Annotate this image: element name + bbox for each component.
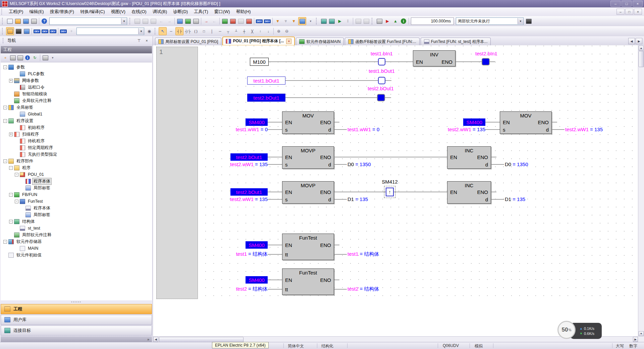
horizontal-scroll-thumb[interactable] [159, 337, 244, 342]
device-monitor-icon[interactable] [184, 17, 192, 25]
monitor-start-icon[interactable] [221, 17, 228, 25]
docking-window-icon[interactable] [15, 28, 22, 35]
tree-item-program[interactable]: -程序 [1, 164, 152, 171]
combo-arrow-icon[interactable]: ▼ [121, 18, 127, 24]
screen-display-icon[interactable] [23, 28, 30, 35]
tab-local-label-pou01[interactable]: 局部标签设置 POU_01 [PRG] [155, 38, 221, 45]
function-block-icon[interactable]: □ [200, 28, 208, 35]
tab-device-memory-main[interactable]: 软元件存储器MAIN [296, 38, 344, 45]
navigation-toggle-icon[interactable] [6, 27, 14, 35]
pen-icon[interactable] [525, 17, 532, 25]
tree-item-fixed-scan-program[interactable]: 恒定周期程序 [1, 144, 152, 151]
tree-item-initial-program[interactable]: 初始程序 [1, 124, 152, 131]
tab-funtest-program-body[interactable]: FunTest [FUN: st_test] 程序本... [421, 38, 491, 45]
tree-item-funtest-local-label[interactable]: 局部标签 [1, 211, 152, 218]
interconnect-mode-icon[interactable]: ─ [167, 28, 175, 35]
input-label-test1-bout1[interactable]: test1.bOut1 [247, 77, 285, 85]
insert-mode-icon[interactable]: + [68, 28, 75, 35]
fbd-block-movp2[interactable]: MOVP EN ENO s d [282, 181, 334, 204]
fbd-block-inc2[interactable]: INC EN ENO d [447, 181, 491, 204]
properties-icon[interactable]: i [24, 54, 31, 61]
menu-diagnostics[interactable]: 诊断(D) [170, 8, 191, 16]
tree-item-pou01[interactable]: -POU_01 [1, 171, 152, 178]
maximize-button[interactable]: □ [622, 1, 632, 7]
monitor-mode-arrow-icon[interactable]: ▼ [307, 17, 314, 25]
en-input-test2-bout1[interactable]: test2.bOut1 [230, 188, 268, 196]
open-project-icon[interactable] [14, 17, 21, 25]
tree-item-program-setting[interactable]: -程序设置 [1, 117, 152, 124]
user-library-button[interactable]: 用户库 [1, 315, 152, 325]
build-all-icon[interactable]: ▼ [290, 17, 298, 25]
menu-window[interactable]: 窗口(W) [211, 8, 233, 16]
scroll-down-icon[interactable]: ▼ [639, 331, 644, 336]
tree-paste-icon[interactable] [17, 54, 23, 61]
menu-search[interactable]: 搜索/替换(F) [47, 8, 77, 16]
tree-item-program-parts[interactable]: -程序部件 [1, 158, 152, 164]
new-item-icon[interactable]: + [2, 54, 9, 61]
undo-icon[interactable]: ← [158, 17, 165, 25]
device-write-icon[interactable] [176, 17, 183, 25]
more-views-button[interactable]: » [1, 336, 152, 342]
monitor-mode-icon[interactable] [298, 17, 306, 25]
tree-item-network-parameter[interactable]: +网络参数 [1, 77, 152, 84]
closed-contact-icon[interactable]: ┤/├ [184, 28, 192, 35]
fbd-block-movp1[interactable]: MOVP EN ENO s d [282, 146, 334, 169]
fbd-canvas[interactable]: 1 M100 test1.bIn1 INV EN ENO test2.bIn1 … [153, 45, 638, 337]
minimize-button[interactable]: – [610, 1, 621, 7]
connection-destination-button[interactable]: 连接目标 [1, 326, 152, 336]
warning-icon[interactable]: ▲ [392, 17, 399, 25]
child-restore-button[interactable]: □ [625, 9, 633, 15]
zoom-level-badge[interactable]: 50% [557, 321, 576, 339]
device-test-icon[interactable] [192, 17, 200, 25]
fbd-block-funtest1[interactable]: FunTest EN ENO tt [282, 234, 334, 260]
save-project-icon[interactable] [22, 17, 30, 25]
tab-close-icon[interactable]: × [286, 39, 291, 44]
tree-item-device-initial-value[interactable]: 软元件初始值 [1, 252, 152, 258]
horizontal-line-icon[interactable]: ─ [216, 28, 224, 35]
ladder-logic-test2-icon[interactable] [328, 17, 335, 25]
new-project-icon[interactable] [6, 17, 13, 25]
monitor-write-icon[interactable] [245, 17, 253, 25]
rising-edge-contact-sm412[interactable]: ↑ [386, 188, 394, 196]
panel-splitter[interactable]: •••••• [0, 300, 153, 304]
tree-item-plc-parameter[interactable]: PLC参数 [1, 70, 152, 77]
rising-pulse-icon[interactable]: ↑ [257, 28, 264, 35]
monitor-stop-icon[interactable] [229, 17, 236, 25]
tree-item-global-label[interactable]: -全局标签 [1, 104, 152, 111]
step-run-icon[interactable] [363, 17, 370, 25]
tree-item-structure[interactable]: -结构体 [1, 218, 152, 225]
fbd-block-mov2[interactable]: MOV EN ENO s d [500, 111, 552, 134]
scroll-left-icon[interactable]: ◀ [153, 337, 158, 342]
vertical-scrollbar[interactable]: ▲ ▼ [638, 45, 644, 337]
device-display-icon[interactable]: DEV [256, 17, 263, 25]
tree-item-remote-password[interactable]: 远程口令 [1, 84, 152, 91]
menu-project[interactable]: 工程(P) [6, 8, 26, 16]
check-program-icon[interactable] [376, 17, 383, 25]
tree-item-standby-program[interactable]: 待机程序 [1, 138, 152, 144]
tab-fb-label-funtest[interactable]: 函数/FB标签设置 FunTest [FUN:... [345, 38, 419, 45]
tab-pou01-program-body[interactable]: POU_01 [PRG] 程序本体 [...× [222, 37, 295, 45]
simulation-stop-icon[interactable]: ‖ [344, 17, 352, 25]
tree-item-funtest-program-body[interactable]: 程序本体 [1, 205, 152, 211]
fbd-block-inc1[interactable]: INC EN ENO d [447, 146, 491, 169]
tree-item-st-test[interactable]: st_test [1, 225, 152, 232]
tree-item-pou01-program-body[interactable]: 程序本体 [1, 178, 152, 185]
tab-scroll-right-icon[interactable]: ▶ [636, 38, 642, 44]
simulation-start-icon[interactable]: ▶ [336, 17, 343, 25]
network-margin[interactable]: 1 [156, 47, 198, 299]
watch-icon[interactable] [355, 17, 362, 25]
scroll-right-icon[interactable]: ▶ [633, 337, 638, 342]
rebuild-icon[interactable]: ▼ [282, 17, 289, 25]
tree-item-global1[interactable]: Global1 [1, 111, 152, 117]
device-label-icon[interactable]: DEV [60, 28, 67, 35]
branch-line-icon[interactable]: ┬ [224, 28, 232, 35]
find-combo[interactable]: ▼ [76, 28, 144, 35]
fbd-block-inv[interactable]: INV EN ENO [413, 50, 455, 66]
en-input-sm400[interactable]: SM400 [246, 241, 268, 249]
panel-close-icon[interactable]: × [144, 38, 150, 44]
zoom-out-icon[interactable]: ⊖ [283, 28, 290, 35]
tree-item-scan-program[interactable]: +扫描程序 [1, 131, 152, 138]
ladder-logic-test1-icon[interactable] [320, 17, 327, 25]
contact-test1-bin1[interactable] [378, 58, 385, 65]
delete-line-icon[interactable]: ╳ [249, 28, 256, 35]
